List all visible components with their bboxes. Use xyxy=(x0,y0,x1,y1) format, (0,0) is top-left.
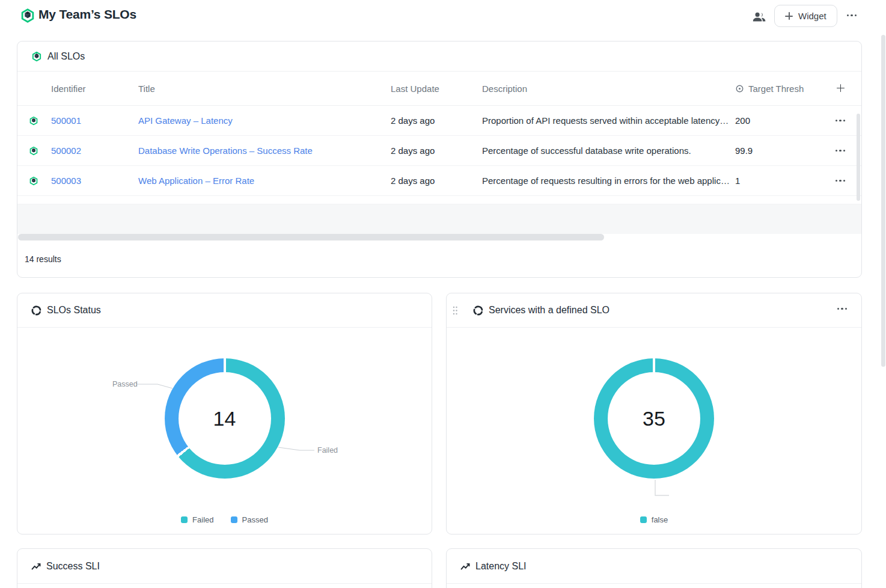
col-last-update[interactable]: Last Update xyxy=(391,84,482,94)
port-logo-icon xyxy=(20,8,35,23)
legend-swatch xyxy=(181,516,188,523)
page-more-menu-icon[interactable] xyxy=(847,14,857,16)
people-icon[interactable] xyxy=(751,9,767,25)
target-icon xyxy=(735,84,744,93)
page-vertical-scrollbar[interactable] xyxy=(881,35,885,367)
app-header: My Team’s SLOs Widget xyxy=(0,0,886,34)
legend-swatch xyxy=(640,516,647,523)
title-link[interactable]: Web Application – Error Rate xyxy=(138,176,391,186)
dashboard-page: My Team’s SLOs Widget All SLOs xyxy=(0,0,886,588)
latency-sli-widget: Latency SLI xyxy=(446,548,862,588)
last-update-cell: 2 days ago xyxy=(391,176,482,186)
pie-chart-icon xyxy=(31,305,41,316)
success-sli-widget: Success SLI xyxy=(17,548,432,588)
callout-passed: Passed xyxy=(112,380,138,388)
widget-title: SLOs Status xyxy=(47,305,101,316)
last-update-cell: 2 days ago xyxy=(391,115,482,126)
col-title[interactable]: Title xyxy=(138,84,391,94)
target-thresh-cell: 1 xyxy=(735,176,818,186)
description-cell: Percentage of requests resulting in erro… xyxy=(482,176,735,186)
table-empty-area xyxy=(17,204,861,234)
all-slos-widget: All SLOs Identifier Title Last Update De… xyxy=(17,41,862,278)
port-logo-icon xyxy=(31,51,42,62)
legend: Failed Passed xyxy=(17,515,432,524)
port-logo-icon xyxy=(29,116,38,126)
description-cell: Proportion of API requests served within… xyxy=(482,115,735,126)
title-link[interactable]: API Gateway – Latency xyxy=(138,115,391,126)
slos-status-widget: SLOs Status 14 Passed Failed Failed xyxy=(17,293,432,534)
widget-title: Latency SLI xyxy=(475,561,527,572)
services-slo-widget: Services with a defined SLO 35 false xyxy=(446,293,862,534)
partial-row xyxy=(17,196,861,204)
table-vertical-scrollbar[interactable] xyxy=(857,114,860,201)
identifier-link[interactable]: 500003 xyxy=(51,176,138,186)
col-identifier[interactable]: Identifier xyxy=(51,84,138,94)
slos-status-donut-chart[interactable]: 14 xyxy=(165,358,285,479)
donut-total: 35 xyxy=(643,407,665,430)
donut-total: 14 xyxy=(213,407,236,430)
drag-handle-icon[interactable] xyxy=(453,306,458,315)
identifier-link[interactable]: 500001 xyxy=(51,115,138,126)
table-row: 500002 Database Write Operations – Succe… xyxy=(17,136,861,166)
services-slo-donut-chart[interactable]: 35 xyxy=(594,358,714,479)
title-link[interactable]: Database Write Operations – Success Rate xyxy=(138,145,391,156)
port-logo-icon xyxy=(29,146,38,156)
table-row: 500003 Web Application – Error Rate 2 da… xyxy=(17,166,861,196)
legend: false xyxy=(447,515,861,524)
results-count: 14 results xyxy=(25,254,61,264)
callout-failed: Failed xyxy=(317,446,338,455)
row-more-menu-icon[interactable] xyxy=(836,120,845,121)
line-chart-icon xyxy=(31,562,41,571)
target-thresh-cell: 200 xyxy=(735,115,818,126)
add-column-button[interactable] xyxy=(837,84,845,94)
pie-chart-icon xyxy=(473,305,483,316)
table-row: 500001 API Gateway – Latency 2 days ago … xyxy=(17,106,861,136)
add-widget-label: Widget xyxy=(798,11,826,21)
legend-swatch xyxy=(231,516,237,523)
port-logo-icon xyxy=(29,176,38,186)
legend-item-failed[interactable]: Failed xyxy=(181,515,213,524)
col-description[interactable]: Description xyxy=(482,84,735,94)
description-cell: Percentage of successful database write … xyxy=(482,145,735,156)
target-thresh-cell: 99.9 xyxy=(735,145,818,156)
all-slos-header: All SLOs xyxy=(17,41,861,72)
legend-item-passed[interactable]: Passed xyxy=(231,515,268,524)
line-chart-icon xyxy=(460,562,470,571)
last-update-cell: 2 days ago xyxy=(391,145,482,156)
col-target-thresh[interactable]: Target Thresh xyxy=(735,84,818,94)
widget-title: Success SLI xyxy=(46,561,100,572)
add-widget-button[interactable]: Widget xyxy=(774,5,837,27)
plus-icon xyxy=(785,12,793,20)
row-more-menu-icon[interactable] xyxy=(836,150,845,152)
row-more-menu-icon[interactable] xyxy=(836,180,845,182)
identifier-link[interactable]: 500002 xyxy=(51,145,138,156)
table-header-row: Identifier Title Last Update Description… xyxy=(17,72,861,106)
page-title: My Team’s SLOs xyxy=(38,7,136,22)
widget-more-menu-icon[interactable] xyxy=(837,308,847,310)
widget-title: Services with a defined SLO xyxy=(489,305,610,316)
horizontal-scrollbar[interactable] xyxy=(18,234,604,240)
widget-title: All SLOs xyxy=(47,51,85,62)
legend-item-false[interactable]: false xyxy=(640,515,668,524)
